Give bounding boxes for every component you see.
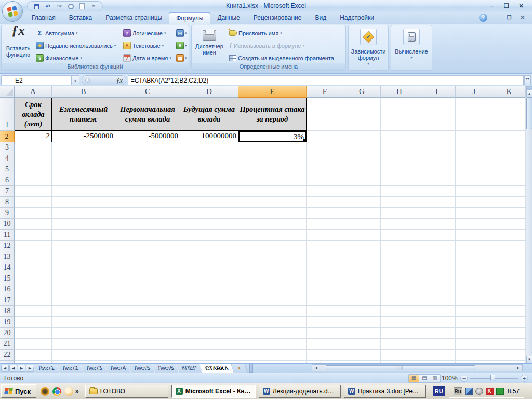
cell-K6[interactable]	[493, 175, 526, 186]
column-header-C[interactable]: C	[115, 86, 180, 98]
name-box-dropdown[interactable]: ▾	[72, 75, 79, 85]
cell-A18[interactable]	[15, 306, 52, 317]
cell-F16[interactable]	[307, 284, 343, 295]
workbook-minimize-button[interactable]: _	[490, 14, 501, 21]
cell-C4[interactable]	[115, 153, 180, 164]
cell-I4[interactable]	[418, 153, 456, 164]
cell-I15[interactable]	[418, 273, 456, 284]
cell-E2[interactable]: 3%	[238, 131, 307, 142]
cell-B7[interactable]	[52, 186, 115, 197]
help-button[interactable]: ?	[479, 14, 487, 22]
row-header-9[interactable]: 9	[0, 208, 15, 219]
cell-K1[interactable]	[493, 98, 526, 131]
cell-H20[interactable]	[381, 328, 418, 339]
cell-C17[interactable]	[115, 295, 180, 306]
cell-H12[interactable]	[381, 241, 418, 251]
cell-C12[interactable]	[115, 241, 180, 251]
cell-A11[interactable]	[15, 230, 52, 241]
cell-C11[interactable]	[115, 230, 180, 241]
row-header-10[interactable]: 10	[0, 219, 15, 230]
insert-worksheet-tab[interactable]: ✦	[232, 364, 248, 373]
row-header-14[interactable]: 14	[0, 262, 15, 273]
cell-A17[interactable]	[15, 295, 52, 306]
cell-H14[interactable]	[381, 262, 418, 273]
cell-E5[interactable]	[238, 164, 307, 175]
sheet-tab-2[interactable]: Лист2	[56, 364, 84, 373]
cell-K13[interactable]	[493, 251, 526, 262]
cell-F2[interactable]	[307, 131, 343, 142]
name-manager-button[interactable]: Диспетчер имен	[194, 26, 225, 63]
column-header-E[interactable]: E	[238, 86, 307, 98]
more-functions-button[interactable]: ▤ ▾	[175, 52, 188, 63]
cell-J15[interactable]	[456, 273, 493, 284]
taskbar-button-4[interactable]: WПрактика 3.doc [Режим...	[344, 385, 426, 398]
cell-K16[interactable]	[493, 284, 526, 295]
ribbon-tab-view[interactable]: Вид	[308, 12, 333, 24]
cell-G2[interactable]	[343, 131, 381, 142]
cell-D20[interactable]	[180, 328, 238, 339]
chrome-icon[interactable]	[52, 387, 61, 396]
cell-F3[interactable]	[307, 142, 343, 153]
cell-F10[interactable]	[307, 219, 343, 230]
cell-H10[interactable]	[381, 219, 418, 230]
volume-icon[interactable]	[475, 388, 483, 395]
cell-J3[interactable]	[456, 142, 493, 153]
cell-E18[interactable]	[238, 306, 307, 317]
cell-G1[interactable]	[343, 98, 381, 131]
column-header-F[interactable]: F	[307, 86, 343, 98]
cell-H4[interactable]	[381, 153, 418, 164]
cell-G9[interactable]	[343, 208, 381, 219]
cell-I16[interactable]	[418, 284, 456, 295]
cell-D1[interactable]: Будущая сумма вклада	[180, 98, 238, 131]
row-header-19[interactable]: 19	[0, 317, 15, 328]
cell-G16[interactable]	[343, 284, 381, 295]
cell-J7[interactable]	[456, 186, 493, 197]
cell-K22[interactable]	[493, 350, 526, 361]
cell-J5[interactable]	[456, 164, 493, 175]
create-from-selection-button[interactable]: Создать из выделенного фрагмента	[228, 52, 335, 63]
display-icon[interactable]	[496, 388, 504, 395]
row-header-6[interactable]: 6	[0, 175, 15, 186]
cell-D18[interactable]	[180, 306, 238, 317]
column-header-H[interactable]: H	[381, 86, 418, 98]
cell-C10[interactable]	[115, 219, 180, 230]
insert-function-fx-button[interactable]: ƒx	[116, 76, 123, 85]
cell-I9[interactable]	[418, 208, 456, 219]
cell-I12[interactable]	[418, 241, 456, 251]
cell-K19[interactable]	[493, 317, 526, 328]
row-header-1[interactable]: 1	[0, 98, 15, 131]
cell-F15[interactable]	[307, 273, 343, 284]
cell-K7[interactable]	[493, 186, 526, 197]
cell-I5[interactable]	[418, 164, 456, 175]
sheet-tab-1[interactable]: Лист1	[32, 364, 60, 373]
cell-D4[interactable]	[180, 153, 238, 164]
cell-A3[interactable]	[15, 142, 52, 153]
autosum-button[interactable]: Σ Автосумма ▾	[35, 28, 117, 38]
define-name-button[interactable]: Присвоить имя ▾	[228, 28, 335, 38]
formula-input[interactable]: =СТАВКА(A2*12;B2;C2;D2)	[128, 75, 524, 85]
use-in-formula-button[interactable]: ƒ Использовать в формуле ▾	[228, 40, 335, 51]
previous-sheet-button[interactable]: ◀	[9, 365, 17, 372]
cell-K15[interactable]	[493, 273, 526, 284]
row-header-7[interactable]: 7	[0, 186, 15, 197]
cell-A21[interactable]	[15, 339, 52, 350]
sheet-tab-8[interactable]: СТАВКА	[199, 364, 234, 373]
cell-E11[interactable]	[238, 230, 307, 241]
cell-B17[interactable]	[52, 295, 115, 306]
cell-E4[interactable]	[238, 153, 307, 164]
cell-B1[interactable]: Ежемесячный платеж	[52, 98, 115, 131]
qat-customize-button[interactable]: ≡	[89, 2, 98, 10]
cell-B16[interactable]	[52, 284, 115, 295]
cell-C22[interactable]	[115, 350, 180, 361]
math-trig-button[interactable]: θ ▾	[175, 40, 188, 51]
cell-J16[interactable]	[456, 284, 493, 295]
cell-G21[interactable]	[343, 339, 381, 350]
cell-I21[interactable]	[418, 339, 456, 350]
kaspersky-icon[interactable]: K	[486, 388, 494, 395]
cell-I13[interactable]	[418, 251, 456, 262]
cell-B12[interactable]	[52, 241, 115, 251]
resize-grip-icon[interactable]	[85, 78, 90, 83]
daemon-tools-icon[interactable]	[41, 387, 49, 396]
cell-E21[interactable]	[238, 339, 307, 350]
row-header-5[interactable]: 5	[0, 164, 15, 175]
